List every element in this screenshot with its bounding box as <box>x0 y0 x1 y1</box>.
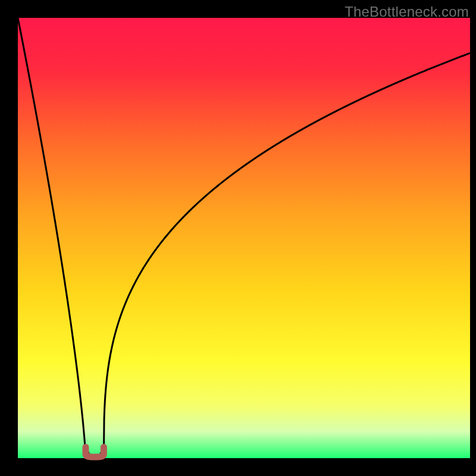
chart-background <box>18 18 470 458</box>
chart-stage: TheBottleneck.com <box>0 0 476 476</box>
bottleneck-chart <box>0 0 476 476</box>
